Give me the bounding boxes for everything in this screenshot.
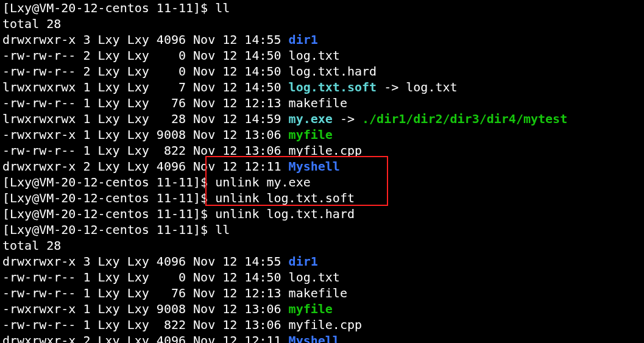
file-name: log.txt xyxy=(289,270,340,285)
file-name: makefile xyxy=(289,96,347,110)
ls-row: -rw-rw-r-- 1 Lxy Lxy 76 Nov 12 12:13 mak… xyxy=(2,96,347,110)
ls-row: -rw-rw-r-- 1 Lxy Lxy 822 Nov 12 13:06 my… xyxy=(2,143,362,158)
ls-row: -rw-rw-r-- 1 Lxy Lxy 0 Nov 12 14:50 log.… xyxy=(2,270,340,285)
symlink-arrow: -> log.txt xyxy=(377,80,457,94)
partial-header-line: [Lxy@VM-20-12-centos 11-11]$ ll xyxy=(2,1,230,15)
ls-row: -rw-rw-r-- 1 Lxy Lxy 822 Nov 12 13:06 my… xyxy=(2,317,362,332)
file-name: log.txt xyxy=(289,48,340,63)
symlink-target: ./dir1/dir2/dir3/dir4/mytest xyxy=(362,111,567,126)
file-name: log.txt.soft xyxy=(289,80,377,94)
total-line: total 28 xyxy=(2,16,61,31)
ls-row: drwxrwxr-x 3 Lxy Lxy 4096 Nov 12 14:55 d… xyxy=(2,254,318,269)
file-name: Myshell xyxy=(289,159,340,174)
ls-row: lrwxrwxrwx 1 Lxy Lxy 7 Nov 12 14:50 log.… xyxy=(2,80,458,94)
file-name: dir1 xyxy=(289,32,318,47)
ls-row: -rw-rw-r-- 1 Lxy Lxy 76 Nov 12 12:13 mak… xyxy=(2,286,347,300)
ls-row: lrwxrwxrwx 1 Lxy Lxy 28 Nov 12 14:59 my.… xyxy=(2,111,567,126)
ls-row: -rw-rw-r-- 2 Lxy Lxy 0 Nov 12 14:50 log.… xyxy=(2,64,377,79)
shell-command: ll xyxy=(215,222,230,237)
file-name: makefile xyxy=(289,286,347,300)
file-name: my.exe xyxy=(289,111,333,126)
shell-command: unlink log.txt.soft xyxy=(215,191,355,205)
file-name: dir1 xyxy=(289,254,318,269)
shell-prompt: [Lxy@VM-20-12-centos 11-11]$ xyxy=(2,222,215,237)
file-name: myfile.cpp xyxy=(289,143,362,158)
shell-command: unlink my.exe xyxy=(215,175,311,189)
ls-row: -rwxrwxr-x 1 Lxy Lxy 9008 Nov 12 13:06 m… xyxy=(2,127,333,142)
ls-row: -rw-rw-r-- 2 Lxy Lxy 0 Nov 12 14:50 log.… xyxy=(2,48,340,63)
shell-prompt: [Lxy@VM-20-12-centos 11-11]$ xyxy=(2,207,215,221)
symlink-arrow: -> xyxy=(333,111,362,126)
shell-command: unlink log.txt.hard xyxy=(215,207,355,221)
file-name: myfile xyxy=(289,127,333,142)
ls-row: drwxrwxr-x 2 Lxy Lxy 4096 Nov 12 12:11 M… xyxy=(2,333,340,343)
ls-row: drwxrwxr-x 3 Lxy Lxy 4096 Nov 12 14:55 d… xyxy=(2,32,318,47)
file-name: Myshell xyxy=(289,333,340,343)
file-name: log.txt.hard xyxy=(289,64,377,79)
shell-prompt: [Lxy@VM-20-12-centos 11-11]$ xyxy=(2,191,215,205)
total-line: total 28 xyxy=(2,238,61,253)
file-name: myfile.cpp xyxy=(289,317,362,332)
file-name: myfile xyxy=(289,302,333,316)
terminal[interactable]: [Lxy@VM-20-12-centos 11-11]$ ll total 28… xyxy=(0,0,644,343)
shell-prompt: [Lxy@VM-20-12-centos 11-11]$ xyxy=(2,175,215,189)
ls-row: -rwxrwxr-x 1 Lxy Lxy 9008 Nov 12 13:06 m… xyxy=(2,302,333,316)
ls-row: drwxrwxr-x 2 Lxy Lxy 4096 Nov 12 12:11 M… xyxy=(2,159,340,174)
